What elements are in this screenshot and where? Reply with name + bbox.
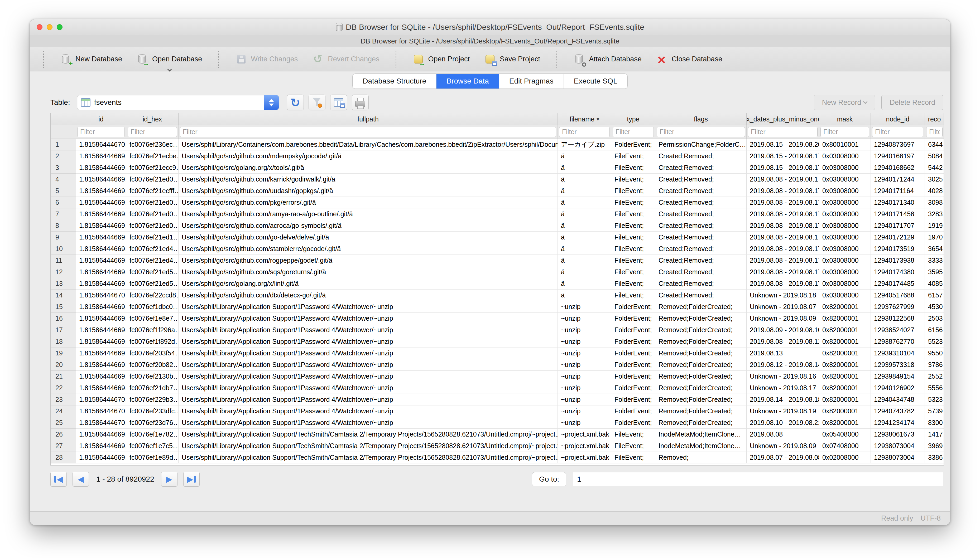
- cell-type[interactable]: FileEvent;: [611, 220, 656, 231]
- cell-flags[interactable]: PermissionChange;FolderC…: [656, 139, 747, 151]
- cell-node_id[interactable]: 12940173519: [871, 243, 925, 255]
- cell-filename[interactable]: ~unzip: [558, 324, 611, 336]
- cell-id[interactable]: 1.81586444669…: [76, 208, 126, 220]
- column-header-flags[interactable]: flags: [656, 113, 747, 125]
- cell-fullpath[interactable]: Users/sphil/go/src/github.com/mdempsky/g…: [178, 151, 558, 162]
- tab-edit-pragmas[interactable]: Edit Pragmas: [499, 74, 564, 89]
- cell-fullpath[interactable]: Users/sphil/Library/Application Support/…: [178, 417, 558, 428]
- cell-id_hex[interactable]: fc0076ef21ed0…: [126, 174, 178, 185]
- cell-node_id[interactable]: 12940434748: [871, 394, 925, 405]
- cell-id_hex[interactable]: fc0076ef2130b…: [126, 371, 178, 382]
- filter-input-node_id[interactable]: [872, 127, 923, 137]
- cell-flags[interactable]: Created;Removed;: [656, 174, 747, 185]
- cell-type[interactable]: FileEvent;: [611, 289, 656, 301]
- cell-type[interactable]: FileEvent;: [611, 208, 656, 220]
- cell-mask[interactable]: 0x82000001: [819, 394, 871, 405]
- cell-node_id[interactable]: 12940171458: [871, 208, 925, 220]
- cell-mask[interactable]: 0x03008000: [819, 289, 871, 301]
- cell-id[interactable]: 1.81586444669…: [76, 197, 126, 208]
- cell-id[interactable]: 1.81586444670…: [76, 394, 126, 405]
- cell-fullpath[interactable]: Users/sphil/Library/Application Support/…: [178, 324, 558, 336]
- cell-type[interactable]: FolderEvent;: [611, 394, 656, 405]
- cell-flags[interactable]: Created;Removed;: [656, 231, 747, 243]
- cell-node_id[interactable]: 12937627999: [871, 301, 925, 313]
- filter-input-type[interactable]: [613, 127, 654, 137]
- cell-record[interactable]: 3786: [925, 359, 944, 371]
- cell-approx_dates[interactable]: Unknown - 2019.08.09: [747, 313, 819, 324]
- cell-fullpath[interactable]: Users/sphil/Library/Application Support/…: [178, 313, 558, 324]
- cell-approx_dates[interactable]: 2019.08.07 - 2019.08.08: [747, 452, 819, 463]
- cell-approx_dates[interactable]: 2019.08.13: [747, 348, 819, 359]
- cell-type[interactable]: FolderEvent;: [611, 382, 656, 394]
- cell-node_id[interactable]: 12940174380: [871, 266, 925, 278]
- row-number[interactable]: 25: [51, 417, 76, 428]
- cell-flags[interactable]: Removed;FolderCreated;: [656, 301, 747, 313]
- cell-id_hex[interactable]: fc0076ef1e8e7…: [126, 313, 178, 324]
- cell-record[interactable]: 6156: [925, 324, 944, 336]
- row-number[interactable]: 28: [51, 452, 76, 463]
- cell-node_id[interactable]: 12940126902: [871, 382, 925, 394]
- open-database-button[interactable]: →Open Database: [137, 54, 202, 65]
- cell-fullpath[interactable]: Users/sphil/Library/Application Support/…: [178, 394, 558, 405]
- next-page-button[interactable]: ▶: [161, 472, 178, 487]
- cell-id_hex[interactable]: fc0076ef21ed5…: [126, 278, 178, 289]
- cell-id[interactable]: 1.81586444669…: [76, 301, 126, 313]
- row-number[interactable]: 18: [51, 336, 76, 348]
- cell-id_hex[interactable]: fc0076ef21db7…: [126, 382, 178, 394]
- cell-filename[interactable]: ä: [558, 151, 611, 162]
- cell-filename[interactable]: ~unzip: [558, 382, 611, 394]
- refresh-button[interactable]: [287, 95, 304, 110]
- cell-id_hex[interactable]: fc0076ef21ed4…: [126, 255, 178, 266]
- cell-fullpath[interactable]: Users/sphil/go/src/golang.org/x/tools/.g…: [178, 162, 558, 174]
- cell-filename[interactable]: ä: [558, 266, 611, 278]
- row-number[interactable]: 13: [51, 278, 76, 289]
- cell-fullpath[interactable]: Users/sphil/go/src/github.com/uudashr/go…: [178, 185, 558, 197]
- print-button[interactable]: [352, 95, 369, 110]
- cell-mask[interactable]: 0x82000001: [819, 417, 871, 428]
- cell-node_id[interactable]: 12940873697: [871, 139, 925, 151]
- cell-mask[interactable]: 0x03008000: [819, 220, 871, 231]
- cell-id_hex[interactable]: fc0076ef1e782…: [126, 428, 178, 440]
- cell-flags[interactable]: Created;Removed;: [656, 220, 747, 231]
- cell-flags[interactable]: Removed;FolderCreated;: [656, 313, 747, 324]
- row-number[interactable]: 14: [51, 289, 76, 301]
- cell-approx_dates[interactable]: 2019.08.08 - 2019.08.11: [747, 336, 819, 348]
- cell-id_hex[interactable]: fc0076ef1f892d…: [126, 336, 178, 348]
- cell-id[interactable]: 1.81586444669…: [76, 313, 126, 324]
- cell-node_id[interactable]: 12940174485: [871, 278, 925, 289]
- cell-record[interactable]: 9550: [925, 348, 944, 359]
- cell-id_hex[interactable]: fc0076ef236ec…: [126, 139, 178, 151]
- cell-filename[interactable]: ~unzip: [558, 301, 611, 313]
- cell-approx_dates[interactable]: 2019.08.09 - 2019.08.10: [747, 324, 819, 336]
- cell-flags[interactable]: Removed;FolderCreated;: [656, 405, 747, 417]
- cell-type[interactable]: FileEvent;: [611, 197, 656, 208]
- cell-type[interactable]: FileEvent;: [611, 162, 656, 174]
- cell-node_id[interactable]: 12940168662: [871, 162, 925, 174]
- new-database-button[interactable]: +New Database: [60, 54, 122, 65]
- cell-id[interactable]: 1.81586444669…: [76, 348, 126, 359]
- row-number[interactable]: 3: [51, 162, 76, 174]
- cell-approx_dates[interactable]: 2019.08.08 - 2019.08.17: [747, 220, 819, 231]
- cell-type[interactable]: FileEvent;: [611, 440, 656, 452]
- filter-input-approx_dates[interactable]: [748, 127, 817, 137]
- cell-id[interactable]: 1.81586444669…: [76, 185, 126, 197]
- cell-record[interactable]: 4530: [925, 301, 944, 313]
- column-header-record[interactable]: reco: [925, 113, 944, 125]
- row-number[interactable]: 11: [51, 255, 76, 266]
- cell-id[interactable]: 1.81586444669…: [76, 266, 126, 278]
- cell-record[interactable]: 3333: [925, 255, 944, 266]
- cell-record[interactable]: 2503: [925, 313, 944, 324]
- cell-record[interactable]: 3969: [925, 440, 944, 452]
- tab-execute-sql[interactable]: Execute SQL: [564, 74, 628, 89]
- cell-fullpath[interactable]: Users/sphil/Library/Containers/com.bareb…: [178, 139, 558, 151]
- cell-filename[interactable]: ä: [558, 208, 611, 220]
- cell-node_id[interactable]: 12940517688: [871, 289, 925, 301]
- row-number[interactable]: 27: [51, 440, 76, 452]
- column-header-fullpath[interactable]: fullpath: [178, 113, 558, 125]
- cell-flags[interactable]: Created;Removed;: [656, 289, 747, 301]
- cell-id[interactable]: 1.81586444669…: [76, 151, 126, 162]
- last-page-button[interactable]: ▶: [183, 472, 199, 487]
- cell-record[interactable]: 3654: [925, 243, 944, 255]
- cell-filename[interactable]: ~unzip: [558, 348, 611, 359]
- table-select-spinner[interactable]: [264, 95, 279, 110]
